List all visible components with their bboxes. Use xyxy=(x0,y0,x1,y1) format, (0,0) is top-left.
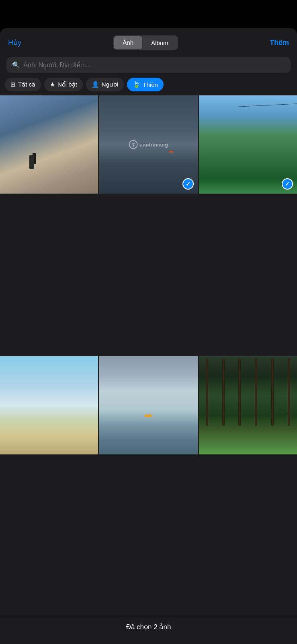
photo-cell-4[interactable] xyxy=(0,356,98,454)
watermark-text: uantrimang xyxy=(139,142,168,148)
photo-grid: ◎ uantrimang ✓ ✓ xyxy=(0,95,297,616)
photo-cell-2[interactable]: ◎ uantrimang ✓ xyxy=(99,95,197,194)
photo-thumbnail-4 xyxy=(0,356,98,454)
boat-detail xyxy=(145,415,152,417)
filter-all-label: Tất cả xyxy=(18,81,35,88)
segment-photo-tab[interactable]: Ảnh xyxy=(114,36,142,49)
tree-trunks-detail xyxy=(199,356,297,454)
filter-nature-label: Thiên xyxy=(143,81,158,88)
filter-all-button[interactable]: ⊞ Tất cả xyxy=(5,78,41,91)
search-bar: 🔍 xyxy=(6,57,291,73)
watermark-icon: ◎ xyxy=(129,140,138,149)
trunk-4 xyxy=(255,358,257,426)
modal-header: Hủy Ảnh Album Thêm xyxy=(0,28,297,56)
trunk-1 xyxy=(206,358,208,426)
photo-cell-3[interactable]: ✓ xyxy=(199,95,297,194)
filter-people-button[interactable]: 👤 Người xyxy=(86,78,124,91)
ship-detail xyxy=(169,151,173,153)
person-detail xyxy=(33,153,36,164)
grid-icon: ⊞ xyxy=(10,81,16,88)
photo-thumbnail-1 xyxy=(0,95,98,194)
search-input[interactable] xyxy=(23,62,285,69)
trunk-3 xyxy=(238,358,241,426)
star-icon: ★ xyxy=(50,81,55,88)
photo-thumbnail-3 xyxy=(199,95,297,194)
photo-cell-6[interactable] xyxy=(199,356,297,454)
leaf-icon: 🍃 xyxy=(133,81,140,88)
filter-featured-button[interactable]: ★ Nổi bật xyxy=(44,78,83,91)
segment-control: Ảnh Album xyxy=(113,35,178,50)
selection-status-text: Đã chọn 2 ảnh xyxy=(126,623,171,631)
photo-cell-5[interactable] xyxy=(99,356,197,454)
add-button[interactable]: Thêm xyxy=(270,39,289,47)
person-icon: 👤 xyxy=(92,81,99,88)
trunk-6 xyxy=(288,358,290,426)
photo-picker-modal: Hủy Ảnh Album Thêm 🔍 ⊞ Tất cả ★ Nổi bật … xyxy=(0,28,297,644)
trunk-2 xyxy=(222,358,225,426)
photo-thumbnail-6 xyxy=(199,356,297,454)
watermark-overlay: ◎ uantrimang xyxy=(129,140,168,149)
filter-people-label: Người xyxy=(102,81,119,88)
trunk-5 xyxy=(271,358,274,426)
bottom-bar: Đã chọn 2 ảnh xyxy=(0,616,297,644)
filter-row: ⊞ Tất cả ★ Nổi bật 👤 Người 🍃 Thiên xyxy=(0,78,297,95)
search-icon: 🔍 xyxy=(12,61,20,69)
filter-featured-label: Nổi bật xyxy=(57,81,77,88)
photo-cell-1[interactable] xyxy=(0,95,98,194)
photo-thumbnail-2: ◎ uantrimang xyxy=(99,95,197,194)
selected-badge-2: ✓ xyxy=(182,178,194,190)
filter-nature-button[interactable]: 🍃 Thiên xyxy=(127,78,164,91)
wire-detail xyxy=(238,104,297,107)
cancel-button[interactable]: Hủy xyxy=(8,38,21,47)
photo-thumbnail-5 xyxy=(99,356,197,454)
segment-album-tab[interactable]: Album xyxy=(142,36,177,49)
